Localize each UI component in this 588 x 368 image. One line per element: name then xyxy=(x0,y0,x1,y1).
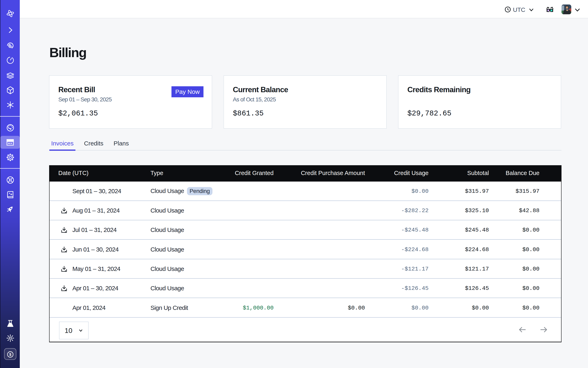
svg-text:$: $ xyxy=(9,352,11,357)
